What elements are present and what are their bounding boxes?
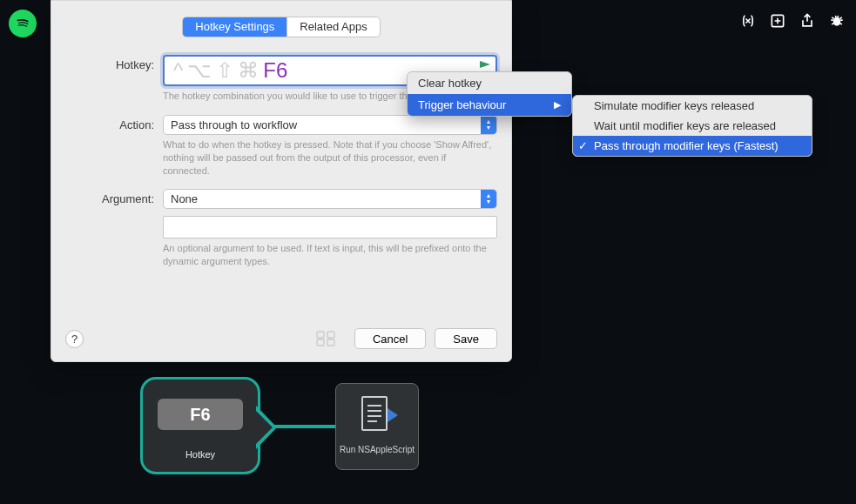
action-popup[interactable]: Pass through to workflow ▲▼	[163, 115, 497, 135]
action-popup-value: Pass through to workflow	[164, 118, 481, 131]
toolbar-right	[739, 12, 846, 30]
applescript-icon	[361, 396, 393, 433]
action-label: Action:	[65, 115, 163, 131]
svg-rect-4	[317, 339, 324, 346]
tab-hotkey-settings[interactable]: Hotkey Settings	[183, 17, 286, 37]
variables-icon[interactable]	[739, 12, 757, 30]
argument-label: Argument:	[65, 189, 163, 205]
check-icon: ✓	[578, 139, 588, 152]
svg-rect-3	[327, 332, 334, 338]
tab-related-apps[interactable]: Related Apps	[286, 17, 379, 37]
submenu-item-label: Pass through modifier keys (Fastest)	[594, 139, 778, 152]
spotify-glyph	[13, 14, 32, 33]
submenu-item-label: Simulate modifier keys released	[594, 99, 754, 112]
hotkey-context-menu: Clear hotkey Trigger behaviour ▶	[407, 71, 572, 117]
workflow-node-script[interactable]: Run NSAppleScript	[335, 383, 419, 470]
add-icon[interactable]	[769, 12, 786, 30]
svg-rect-5	[327, 339, 334, 346]
chevron-updown-icon: ▲▼	[481, 116, 496, 134]
hotkey-label: Hotkey:	[65, 55, 163, 71]
argument-text-input[interactable]	[163, 216, 497, 239]
workflow-node-hotkey[interactable]: F6 Hotkey	[140, 377, 260, 474]
submenu-item-label: Wait until modifier keys are released	[594, 119, 776, 132]
workflow-hotkey-chip: F6	[158, 399, 243, 430]
share-icon[interactable]	[799, 12, 816, 30]
submenu-item-pass-through[interactable]: ✓ Pass through modifier keys (Fastest)	[573, 136, 812, 156]
argument-help-text: An optional argument to be used. If text…	[163, 242, 497, 268]
action-help-text: What to do when the hotkey is pressed. N…	[163, 138, 497, 178]
submenu-item-simulate-released[interactable]: Simulate modifier keys released	[573, 96, 812, 116]
submenu-item-wait-released[interactable]: Wait until modifier keys are released	[573, 116, 812, 136]
chevron-right-icon: ▶	[554, 99, 561, 111]
help-button[interactable]: ?	[65, 330, 84, 348]
spotify-icon[interactable]	[9, 10, 37, 37]
argument-popup[interactable]: None ▲▼	[163, 189, 497, 209]
debug-icon[interactable]	[828, 12, 846, 30]
grid-icon[interactable]	[313, 328, 339, 349]
menu-item-clear-hotkey[interactable]: Clear hotkey	[408, 72, 571, 94]
workflow-hotkey-caption: Hotkey	[143, 449, 258, 460]
trigger-behaviour-submenu: Simulate modifier keys released Wait unt…	[572, 95, 812, 157]
svg-point-1	[833, 17, 840, 26]
menu-item-label: Trigger behaviour	[418, 98, 506, 111]
menu-item-trigger-behaviour[interactable]: Trigger behaviour ▶	[408, 94, 571, 116]
svg-rect-2	[317, 332, 324, 338]
chevron-updown-icon: ▲▼	[481, 190, 496, 208]
hotkey-key: F6	[263, 58, 287, 83]
hotkey-modifiers: ^⌥⇧⌘	[173, 58, 263, 83]
workflow-script-caption: Run NSAppleScript	[340, 445, 415, 454]
settings-tabs: Hotkey Settings Related Apps	[182, 17, 380, 37]
menu-item-label: Clear hotkey	[418, 77, 482, 90]
hotkey-settings-sheet: Hotkey Settings Related Apps Hotkey: ^⌥⇧…	[51, 0, 512, 362]
cancel-button[interactable]: Cancel	[354, 328, 426, 349]
save-button[interactable]: Save	[435, 328, 497, 349]
argument-popup-value: None	[164, 192, 481, 205]
